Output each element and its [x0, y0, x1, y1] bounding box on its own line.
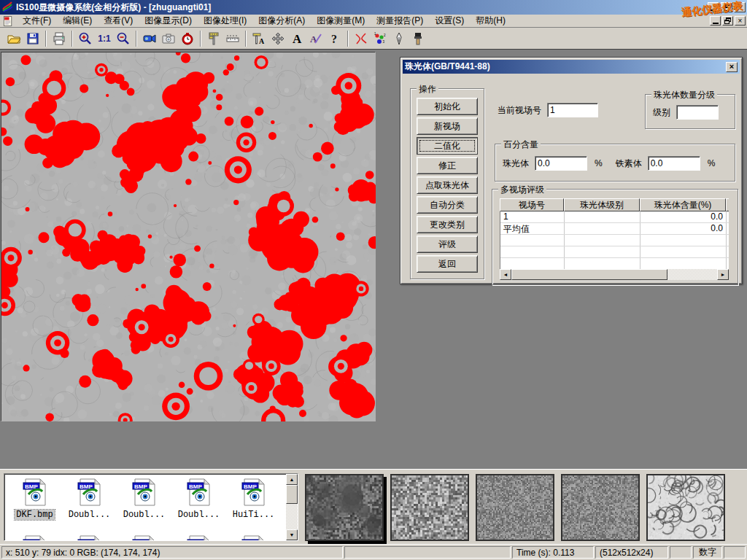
op-button-1[interactable]: 新视场: [417, 117, 478, 135]
curve-tool-icon: [354, 31, 368, 46]
save-button[interactable]: [23, 30, 42, 47]
brush-button[interactable]: [409, 30, 427, 47]
table-hscrollbar[interactable]: ◄ ►: [500, 269, 729, 280]
zoom-out-button[interactable]: [114, 30, 133, 47]
file-item-3[interactable]: BMPDoubl...: [171, 478, 226, 520]
zoom-out-icon: [116, 31, 131, 46]
file-item-2[interactable]: BMPDoubl...: [117, 478, 171, 520]
classify-dots-button[interactable]: 123: [371, 30, 390, 47]
file-item-1[interactable]: BMPDoubl...: [62, 478, 117, 520]
table-row[interactable]: [500, 235, 729, 246]
dialog-close-button[interactable]: ×: [726, 62, 738, 72]
hscroll-thumb[interactable]: [511, 269, 667, 280]
move-button[interactable]: [268, 30, 287, 47]
mdi-minimize-button[interactable]: [710, 16, 721, 26]
toolbar: 1:1AAA?123: [0, 28, 747, 50]
menu-item-0[interactable]: 文件(F): [17, 14, 57, 28]
camera-icon: [161, 31, 176, 46]
current-view-input[interactable]: [547, 103, 598, 117]
table-row[interactable]: [500, 246, 729, 258]
app-logo-icon: [1, 1, 13, 15]
help-icon: ?: [328, 31, 342, 46]
table-header-0[interactable]: 视场号: [500, 198, 564, 211]
menu-item-7[interactable]: 测量报告(P): [371, 14, 429, 28]
file-item-row2-2[interactable]: BMP: [117, 535, 171, 541]
file-name: DKF.bmp: [15, 510, 54, 520]
timer-button[interactable]: [178, 30, 197, 47]
op-button-4[interactable]: 点取珠光体: [417, 176, 478, 194]
file-item-row2-0[interactable]: BMP: [7, 535, 62, 541]
document-icon[interactable]: [2, 15, 14, 27]
menu-item-2[interactable]: 查看(V): [98, 14, 139, 28]
grade-input[interactable]: [676, 105, 719, 120]
thumbnail-1[interactable]: [390, 474, 469, 541]
text-button[interactable]: A: [287, 30, 306, 47]
hscroll-track[interactable]: [511, 269, 717, 280]
op-button-0[interactable]: 初始化: [417, 98, 478, 115]
metallographic-image[interactable]: [1, 52, 376, 421]
measure-annotate-button[interactable]: A: [249, 30, 268, 47]
print-button[interactable]: [50, 30, 69, 47]
svg-text:A: A: [293, 32, 302, 46]
ruler-button[interactable]: [223, 30, 242, 47]
file-item-row2-1[interactable]: BMP: [62, 535, 117, 541]
menu-item-4[interactable]: 图像处理(I): [198, 14, 252, 28]
table-row[interactable]: 10.0: [500, 211, 729, 223]
table-header-3[interactable]: 铁素体含量(%): [726, 198, 729, 211]
scroll-left-button[interactable]: ◄: [500, 269, 511, 280]
scroll-up-button[interactable]: ▲: [286, 474, 298, 485]
thumbnail-0[interactable]: [305, 474, 384, 541]
zoom-in-button[interactable]: [76, 30, 95, 47]
scroll-right-button[interactable]: ►: [717, 269, 729, 280]
thumbnail-4[interactable]: [646, 474, 725, 541]
curve-tool-button[interactable]: [352, 30, 371, 47]
text-style-button[interactable]: A: [306, 30, 325, 47]
camera-button[interactable]: [159, 30, 178, 47]
file-list: BMPDKF.bmpBMPDoubl...BMPDoubl...BMPDoubl…: [4, 473, 298, 541]
menu-item-8[interactable]: 设置(S): [429, 14, 470, 28]
file-item-row2-3[interactable]: BMP: [171, 535, 226, 541]
table-cell: [565, 235, 640, 246]
op-button-7[interactable]: 评级: [417, 236, 478, 253]
video-camera-button[interactable]: [140, 30, 159, 47]
table-row[interactable]: [500, 258, 729, 270]
op-button-3[interactable]: 修正: [417, 157, 478, 174]
pearlite-percent-input[interactable]: [535, 156, 587, 171]
toolbar-separator: [45, 31, 47, 47]
dialog-title-bar[interactable]: 珠光体(GB/T9441-88) ×: [403, 60, 740, 74]
vscroll-track[interactable]: [286, 485, 298, 529]
mdi-restore-button[interactable]: [722, 16, 733, 26]
pen-button[interactable]: [390, 30, 409, 47]
menu-item-5[interactable]: 图像分析(A): [252, 14, 311, 28]
file-item-0[interactable]: BMPDKF.bmp: [7, 478, 62, 520]
vscroll-thumb[interactable]: [286, 485, 298, 504]
bmp-file-icon: BMP: [77, 478, 102, 508]
file-item-4[interactable]: BMPHuiTi...: [226, 478, 281, 520]
thumbnail-2[interactable]: [476, 474, 554, 541]
status-bar: x: 510 y: 79 idx: 0 RGB: (174, 174, 174)…: [0, 544, 747, 560]
table-cell: [565, 258, 640, 269]
table-header-1[interactable]: 珠光体级别: [564, 198, 640, 211]
mdi-close-button[interactable]: ×: [735, 16, 746, 26]
menu-item-1[interactable]: 编辑(E): [57, 14, 98, 28]
svg-text:BMP: BMP: [134, 540, 147, 542]
table-row[interactable]: 平均值0.0: [500, 223, 729, 235]
ferrite-percent-input[interactable]: [648, 156, 700, 171]
file-item-row2-4[interactable]: BMP: [226, 535, 281, 541]
cursor-position-readout: x: 510 y: 79 idx: 0 RGB: (174, 174, 174): [1, 546, 343, 559]
file-list-vscrollbar[interactable]: ▲ ▼: [286, 474, 298, 540]
thumbnail-3[interactable]: [561, 474, 640, 541]
menu-item-6[interactable]: 图像测量(M): [311, 14, 371, 28]
menu-item-9[interactable]: 帮助(H): [470, 14, 511, 28]
table-header-2[interactable]: 珠光体含量(%): [640, 198, 726, 211]
op-button-6[interactable]: 更改类别: [417, 216, 478, 233]
help-button[interactable]: ?: [325, 30, 344, 47]
op-button-2[interactable]: 二值化: [417, 137, 478, 155]
op-button-5[interactable]: 自动分类: [417, 196, 478, 214]
caliper-button[interactable]: [204, 30, 223, 47]
actual-size-button[interactable]: 1:1: [95, 30, 114, 47]
menu-item-3[interactable]: 图像显示(D): [139, 14, 198, 28]
scroll-down-button[interactable]: ▼: [286, 529, 298, 540]
op-button-8[interactable]: 返回: [417, 255, 478, 273]
open-button[interactable]: [4, 30, 23, 47]
